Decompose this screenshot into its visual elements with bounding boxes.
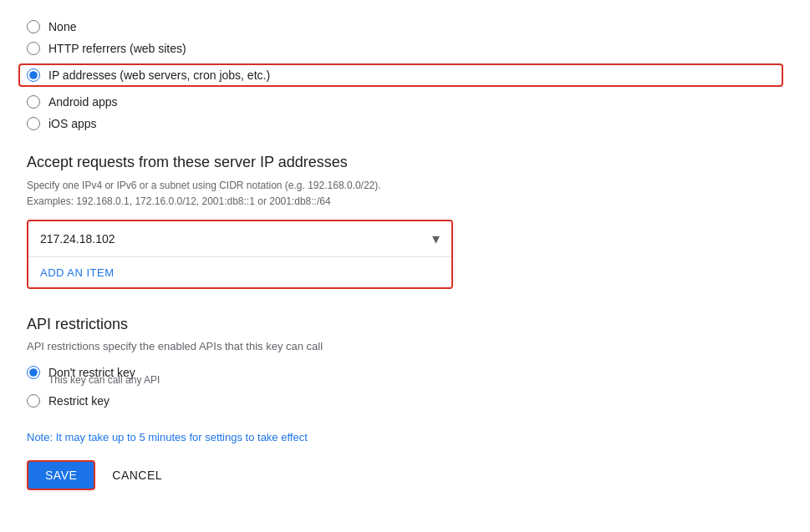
- server-ip-description: Specify one IPv4 or IPv6 or a subnet usi…: [27, 178, 783, 210]
- none-label: None: [48, 20, 76, 33]
- save-button[interactable]: SAVE: [27, 460, 95, 490]
- note-text: Note: It may take up to 5 minutes for se…: [27, 431, 783, 443]
- ios-apps-label: iOS apps: [48, 117, 97, 130]
- api-restrictions-title: API restrictions: [27, 316, 783, 333]
- server-ip-title: Accept requests from these server IP add…: [27, 154, 783, 171]
- restrict-key-label: Restrict key: [48, 394, 110, 408]
- api-restrictions-section: API restrictions API restrictions specif…: [27, 316, 783, 408]
- android-apps-label: Android apps: [48, 95, 118, 109]
- http-referrers-radio[interactable]: [27, 42, 40, 55]
- description-line2: Examples: 192.168.0.1, 172.16.0.0/12, 20…: [27, 195, 331, 207]
- dont-restrict-sublabel: This key can call any API: [48, 374, 783, 386]
- android-apps-radio-item[interactable]: Android apps: [27, 95, 783, 109]
- api-restrictions-radio-group: Don't restrict key This key can call any…: [27, 366, 783, 408]
- ip-addresses-radio[interactable]: [27, 68, 40, 82]
- ip-addresses-radio-item[interactable]: IP addresses (web servers, cron jobs, et…: [18, 63, 783, 87]
- chevron-down-icon[interactable]: ▾: [432, 230, 440, 248]
- note-content: It may take up to 5 minutes for settings…: [56, 431, 308, 443]
- restrict-key-radio[interactable]: [27, 394, 40, 408]
- dont-restrict-radio-item[interactable]: Don't restrict key This key can call any…: [27, 366, 783, 386]
- server-ip-section: Accept requests from these server IP add…: [27, 154, 783, 289]
- note-prefix: Note:: [27, 431, 56, 443]
- dont-restrict-radio[interactable]: [27, 366, 40, 379]
- ios-apps-radio[interactable]: [27, 117, 40, 130]
- add-item-button[interactable]: ADD AN ITEM: [40, 266, 115, 279]
- application-restrictions-group: None HTTP referrers (web sites) IP addre…: [27, 20, 783, 130]
- add-item-row: ADD AN ITEM: [28, 257, 451, 287]
- cancel-button[interactable]: CANCEL: [109, 462, 166, 489]
- ip-input-container: 217.24.18.102 ▾ ADD AN ITEM: [27, 220, 453, 289]
- button-row: SAVE CANCEL: [27, 460, 783, 490]
- http-referrers-radio-item[interactable]: HTTP referrers (web sites): [27, 42, 783, 55]
- android-apps-radio[interactable]: [27, 95, 40, 109]
- ip-addresses-label: IP addresses (web servers, cron jobs, et…: [48, 68, 270, 82]
- description-line1: Specify one IPv4 or IPv6 or a subnet usi…: [27, 180, 381, 191]
- none-radio-item[interactable]: None: [27, 20, 783, 33]
- api-restrictions-description: API restrictions specify the enabled API…: [27, 340, 783, 352]
- ip-input-row: 217.24.18.102 ▾: [28, 221, 451, 257]
- ios-apps-radio-item[interactable]: iOS apps: [27, 117, 783, 130]
- http-referrers-label: HTTP referrers (web sites): [48, 42, 186, 55]
- ip-input-value[interactable]: 217.24.18.102: [40, 232, 432, 246]
- restrict-key-radio-item[interactable]: Restrict key: [27, 394, 783, 408]
- none-radio[interactable]: [27, 20, 40, 33]
